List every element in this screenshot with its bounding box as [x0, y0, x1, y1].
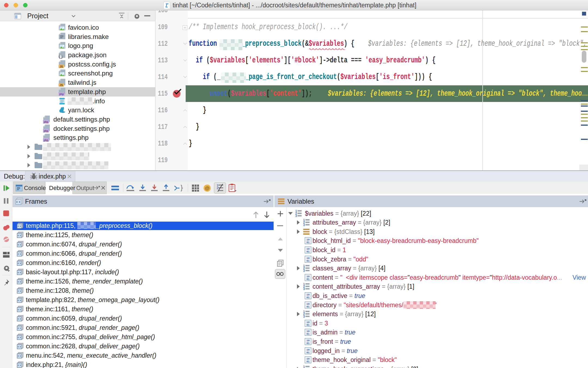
svg-text:10: 10 — [307, 248, 310, 251]
svg-text:JS: JS — [60, 84, 63, 87]
svg-text:01: 01 — [307, 342, 310, 345]
svg-text:3: 3 — [303, 315, 305, 318]
svg-text:01: 01 — [307, 324, 310, 327]
svg-text:@: @ — [205, 186, 210, 191]
svg-text:01: 01 — [307, 351, 310, 354]
svg-text:php: php — [59, 93, 64, 96]
svg-text:01: 01 — [307, 333, 310, 336]
svg-text:3: 3 — [295, 215, 297, 217]
svg-text:2: 2 — [217, 186, 218, 190]
svg-text:php: php — [44, 129, 48, 132]
svg-text:10: 10 — [307, 238, 310, 241]
svg-text:10: 10 — [307, 348, 310, 351]
svg-text:php: php — [44, 139, 48, 142]
svg-text:01: 01 — [307, 296, 310, 299]
svg-text:01: 01 — [307, 278, 310, 281]
svg-text:01: 01 — [307, 250, 310, 253]
svg-text:3: 3 — [303, 269, 305, 272]
svg-text:10: 10 — [307, 293, 310, 296]
svg-text:10: 10 — [307, 357, 310, 360]
svg-text:01: 01 — [307, 360, 310, 363]
svg-text:01: 01 — [307, 241, 310, 244]
svg-text:01: 01 — [307, 260, 310, 263]
svg-text:10: 10 — [307, 275, 310, 278]
svg-text:01: 01 — [307, 305, 310, 308]
svg-text:10: 10 — [307, 303, 310, 306]
svg-text:10: 10 — [307, 330, 310, 333]
svg-text:JS: JS — [60, 65, 63, 68]
svg-text:10: 10 — [307, 339, 310, 342]
svg-text:3: 3 — [303, 288, 305, 290]
svg-text:php: php — [44, 120, 48, 123]
svg-text:{}: {} — [59, 55, 63, 59]
svg-text:10: 10 — [307, 321, 310, 324]
svg-text:10: 10 — [307, 257, 310, 260]
svg-text:3: 3 — [303, 224, 305, 226]
